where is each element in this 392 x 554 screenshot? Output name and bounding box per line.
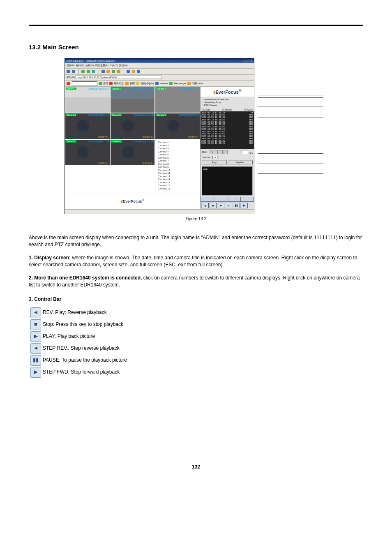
step-rev-button[interactable]: ◄	[225, 203, 232, 208]
browser-link-bar: 搜尋 最新消息 新聞 電視頻道(D) Hotmail Messenger 取團 …	[65, 81, 254, 87]
edit-icon[interactable]	[137, 70, 140, 73]
brand-logo: ▮EverFocus®	[201, 87, 254, 97]
camera-area: Camera 1[2005/08/24][17:54:11] Camera 2[…	[65, 87, 200, 209]
menu-item[interactable]: 說明(H)	[119, 64, 127, 67]
paragraph: 1. Display screen: where the image is sh…	[29, 254, 363, 269]
legend-row: ▮▮ PAUSE: To pause the playback picture	[29, 355, 363, 366]
search-input[interactable]	[72, 81, 97, 85]
disk-select-row[interactable]: Disk No. 4	[201, 155, 254, 159]
description-block: Above is the main screen display when co…	[29, 234, 363, 378]
link-item[interactable]: 取團 MSN	[192, 82, 203, 85]
menu-item[interactable]: 檢視(V)	[85, 64, 94, 67]
step-fwd-button[interactable]: ▶	[240, 203, 248, 208]
address-label: 網址(D)	[67, 76, 75, 78]
link-icon[interactable]	[125, 82, 129, 85]
event-pager[interactable]: SEEK: GO	[201, 149, 254, 155]
camera-tile[interactable]: Camera 7[2005/08/24][18:21:48]徐老師生化	[65, 139, 110, 166]
legend-row: ◄ STEP REV.: Step reverse playback	[29, 343, 363, 354]
media-icon[interactable]	[112, 70, 115, 73]
play-button[interactable]: ▶	[217, 203, 224, 208]
address-input[interactable]: http://220.130.38.175/goform/FW06	[76, 76, 162, 79]
camera-tile[interactable]: Camera 6[2005/08/24][18:21:48]徐老師生化	[155, 113, 200, 139]
event-list[interactable]: 2005-08-23 17:54:33TX 2005-08-23 18:21:5…	[201, 111, 254, 149]
forward-icon[interactable]	[72, 70, 75, 73]
camera-tile[interactable]: Camera 1[2005/08/24][17:54:11]	[65, 87, 110, 113]
camera-tile[interactable]: Camera 5[2005/08/24][18:21:48]徐老師生化	[110, 113, 155, 139]
window-controls: ▢ ▢ ✕	[244, 59, 252, 62]
play-button[interactable]: Play	[202, 160, 227, 164]
step-fwd-icon: ▶	[30, 367, 41, 378]
callout-leader	[216, 189, 216, 201]
side-panel: ▮EverFocus® ○ Search from Event List ○ S…	[200, 87, 254, 209]
back-icon[interactable]	[67, 70, 70, 73]
disk-select[interactable]: 4	[212, 156, 218, 159]
divider-thin	[29, 27, 363, 27]
link-item[interactable]: 搜尋	[103, 82, 108, 85]
callout-leader	[237, 189, 237, 201]
link-icon[interactable]	[109, 82, 113, 85]
mail-icon[interactable]	[127, 70, 130, 73]
page-footer: - 132 -	[29, 464, 363, 470]
callout-leader	[223, 189, 223, 201]
page-input[interactable]	[242, 150, 248, 154]
camera-tile[interactable]: Camera 8[2005/08/24][18:21:48]徐老師生化	[110, 139, 155, 166]
link-icon[interactable]	[155, 82, 159, 85]
callout-leader	[258, 95, 323, 95]
callout-leader	[258, 173, 323, 174]
link-item[interactable]: Hotmail	[160, 82, 168, 85]
pause-icon: ▮▮	[30, 355, 41, 366]
menu-item[interactable]: 檔案(F)	[67, 64, 75, 67]
browser-title: EverFocus EDR - Microsoft Internet Explo…	[67, 60, 115, 62]
filter-checks[interactable]: ☑ Alarm☑ Motion☑ VLoss	[201, 108, 254, 111]
subheading: 3. Control Bar	[29, 296, 363, 303]
callout-leader	[202, 189, 202, 201]
link-item[interactable]: 新聞	[130, 82, 135, 85]
print-icon[interactable]	[132, 70, 135, 73]
pager-first-icon[interactable]	[209, 150, 213, 154]
browser-toolbar	[65, 69, 254, 75]
link-item[interactable]: 電視頻道(D)	[141, 82, 154, 85]
update-button[interactable]: Update	[228, 160, 253, 164]
menu-item[interactable]: 編輯(E)	[76, 64, 84, 67]
legend-row: ▶ PLAY: Play back picture	[29, 331, 363, 342]
pager-last-icon[interactable]	[224, 150, 228, 154]
msn-icon[interactable]	[67, 82, 70, 85]
history-icon[interactable]	[117, 70, 120, 73]
pause-button[interactable]: ▮▮	[233, 203, 240, 208]
menu-item[interactable]: 我的最愛(A)	[95, 64, 108, 67]
browser-menu-bar: 檔案(F) 編輯(E) 檢視(V) 我的最愛(A) 工具(T) 說明(H)	[65, 63, 254, 69]
link-icon[interactable]	[99, 82, 102, 85]
camera-tile[interactable]: Camera 3[2005/08/24][17:54:11]	[155, 87, 200, 113]
pager-prev-icon[interactable]	[214, 150, 218, 154]
refresh-icon[interactable]	[87, 70, 90, 73]
link-icon[interactable]	[187, 82, 191, 85]
link-item[interactable]: 最新消息	[114, 82, 124, 85]
callout-leader	[258, 106, 323, 106]
paragraph: Above is the main screen display when co…	[29, 234, 363, 249]
pager-next-icon[interactable]	[219, 150, 223, 154]
rev-play-button[interactable]: ◄	[201, 203, 209, 208]
link-icon[interactable]	[136, 82, 139, 85]
browser-status-bar	[65, 209, 254, 214]
camera-tile[interactable]: Camera 4[2005/08/24][18:21:48]徐老師生化	[65, 113, 110, 139]
browser-address-bar: 網址(D) http://220.130.38.175/goform/FW06	[65, 75, 254, 81]
divider-thick	[29, 25, 363, 26]
link-icon[interactable]	[169, 82, 173, 85]
stop-icon[interactable]	[81, 70, 85, 73]
menu-item[interactable]: 工具(T)	[110, 64, 118, 67]
home-icon[interactable]	[92, 70, 95, 73]
camera-list[interactable]: Camera 1Camera 2Camera 3Camera 4 Camera …	[155, 139, 185, 192]
callout-leader	[230, 189, 230, 201]
camera-tile[interactable]: Camera 2[2005/08/24][17:54:11]	[110, 87, 155, 113]
stop-button[interactable]: ■	[209, 203, 217, 208]
callout-leader	[258, 97, 323, 98]
status-box: Live	[202, 166, 253, 196]
paragraph: 2. More than one EDR1640 system is conne…	[29, 275, 363, 289]
link-item[interactable]: Messenger	[174, 82, 186, 85]
favorites-icon[interactable]	[106, 70, 110, 73]
search-icon[interactable]	[101, 70, 105, 73]
search-mode-radios[interactable]: ○ Search from Event List ○ Search by Tim…	[201, 97, 254, 108]
play-icon: ▶	[30, 331, 41, 342]
legend-row: ◄ REV. Play: Reverse playback	[29, 307, 363, 318]
rev-play-icon: ◄	[30, 307, 41, 318]
